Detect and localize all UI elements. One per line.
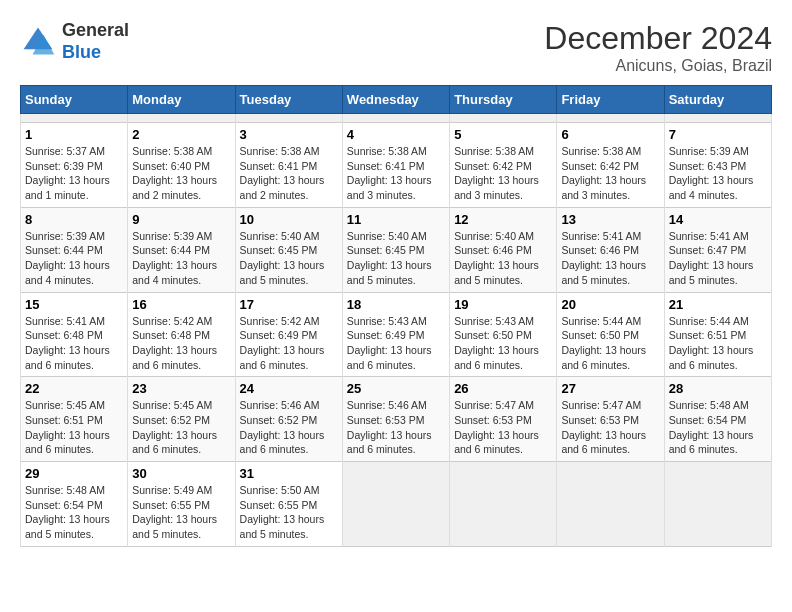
weekday-header: Monday	[128, 86, 235, 114]
day-number: 25	[347, 381, 445, 396]
calendar-cell: 6Sunrise: 5:38 AMSunset: 6:42 PMDaylight…	[557, 123, 664, 208]
calendar-cell	[664, 462, 771, 547]
day-info: Sunrise: 5:37 AMSunset: 6:39 PMDaylight:…	[25, 144, 123, 203]
day-number: 30	[132, 466, 230, 481]
weekday-header: Sunday	[21, 86, 128, 114]
calendar-week-row: 8Sunrise: 5:39 AMSunset: 6:44 PMDaylight…	[21, 207, 772, 292]
day-number: 14	[669, 212, 767, 227]
calendar-cell: 14Sunrise: 5:41 AMSunset: 6:47 PMDayligh…	[664, 207, 771, 292]
calendar-cell: 7Sunrise: 5:39 AMSunset: 6:43 PMDaylight…	[664, 123, 771, 208]
day-number: 12	[454, 212, 552, 227]
day-number: 4	[347, 127, 445, 142]
day-info: Sunrise: 5:43 AMSunset: 6:50 PMDaylight:…	[454, 314, 552, 373]
calendar-cell: 31Sunrise: 5:50 AMSunset: 6:55 PMDayligh…	[235, 462, 342, 547]
day-number: 9	[132, 212, 230, 227]
weekday-header: Thursday	[450, 86, 557, 114]
calendar-cell: 13Sunrise: 5:41 AMSunset: 6:46 PMDayligh…	[557, 207, 664, 292]
day-number: 5	[454, 127, 552, 142]
calendar-cell: 12Sunrise: 5:40 AMSunset: 6:46 PMDayligh…	[450, 207, 557, 292]
day-info: Sunrise: 5:48 AMSunset: 6:54 PMDaylight:…	[25, 483, 123, 542]
day-number: 13	[561, 212, 659, 227]
day-number: 27	[561, 381, 659, 396]
calendar-cell: 26Sunrise: 5:47 AMSunset: 6:53 PMDayligh…	[450, 377, 557, 462]
calendar-cell: 4Sunrise: 5:38 AMSunset: 6:41 PMDaylight…	[342, 123, 449, 208]
calendar-cell: 19Sunrise: 5:43 AMSunset: 6:50 PMDayligh…	[450, 292, 557, 377]
weekday-header-row: SundayMondayTuesdayWednesdayThursdayFrid…	[21, 86, 772, 114]
day-number: 17	[240, 297, 338, 312]
day-info: Sunrise: 5:49 AMSunset: 6:55 PMDaylight:…	[132, 483, 230, 542]
location-subtitle: Anicuns, Goias, Brazil	[544, 57, 772, 75]
calendar-cell: 11Sunrise: 5:40 AMSunset: 6:45 PMDayligh…	[342, 207, 449, 292]
weekday-header: Friday	[557, 86, 664, 114]
calendar-cell: 24Sunrise: 5:46 AMSunset: 6:52 PMDayligh…	[235, 377, 342, 462]
day-number: 6	[561, 127, 659, 142]
day-info: Sunrise: 5:41 AMSunset: 6:48 PMDaylight:…	[25, 314, 123, 373]
day-info: Sunrise: 5:46 AMSunset: 6:53 PMDaylight:…	[347, 398, 445, 457]
calendar-cell	[342, 462, 449, 547]
calendar-cell: 8Sunrise: 5:39 AMSunset: 6:44 PMDaylight…	[21, 207, 128, 292]
day-number: 22	[25, 381, 123, 396]
day-info: Sunrise: 5:38 AMSunset: 6:40 PMDaylight:…	[132, 144, 230, 203]
day-info: Sunrise: 5:45 AMSunset: 6:52 PMDaylight:…	[132, 398, 230, 457]
calendar-week-row: 1Sunrise: 5:37 AMSunset: 6:39 PMDaylight…	[21, 123, 772, 208]
day-info: Sunrise: 5:39 AMSunset: 6:43 PMDaylight:…	[669, 144, 767, 203]
day-number: 8	[25, 212, 123, 227]
day-number: 1	[25, 127, 123, 142]
day-number: 15	[25, 297, 123, 312]
calendar-cell: 28Sunrise: 5:48 AMSunset: 6:54 PMDayligh…	[664, 377, 771, 462]
day-number: 29	[25, 466, 123, 481]
logo-icon	[20, 24, 56, 60]
day-number: 16	[132, 297, 230, 312]
calendar-cell: 29Sunrise: 5:48 AMSunset: 6:54 PMDayligh…	[21, 462, 128, 547]
day-info: Sunrise: 5:40 AMSunset: 6:45 PMDaylight:…	[347, 229, 445, 288]
day-info: Sunrise: 5:46 AMSunset: 6:52 PMDaylight:…	[240, 398, 338, 457]
calendar-cell: 2Sunrise: 5:38 AMSunset: 6:40 PMDaylight…	[128, 123, 235, 208]
calendar-week-row: 22Sunrise: 5:45 AMSunset: 6:51 PMDayligh…	[21, 377, 772, 462]
day-info: Sunrise: 5:38 AMSunset: 6:42 PMDaylight:…	[561, 144, 659, 203]
day-info: Sunrise: 5:47 AMSunset: 6:53 PMDaylight:…	[454, 398, 552, 457]
day-number: 11	[347, 212, 445, 227]
calendar-cell	[21, 114, 128, 123]
calendar-cell	[450, 114, 557, 123]
day-number: 21	[669, 297, 767, 312]
day-info: Sunrise: 5:47 AMSunset: 6:53 PMDaylight:…	[561, 398, 659, 457]
day-number: 18	[347, 297, 445, 312]
day-info: Sunrise: 5:38 AMSunset: 6:42 PMDaylight:…	[454, 144, 552, 203]
calendar-cell	[557, 462, 664, 547]
day-info: Sunrise: 5:41 AMSunset: 6:47 PMDaylight:…	[669, 229, 767, 288]
calendar-cell: 22Sunrise: 5:45 AMSunset: 6:51 PMDayligh…	[21, 377, 128, 462]
calendar-cell	[342, 114, 449, 123]
calendar-cell	[557, 114, 664, 123]
day-info: Sunrise: 5:50 AMSunset: 6:55 PMDaylight:…	[240, 483, 338, 542]
page-header: General Blue December 2024 Anicuns, Goia…	[20, 20, 772, 75]
calendar-cell: 9Sunrise: 5:39 AMSunset: 6:44 PMDaylight…	[128, 207, 235, 292]
calendar-cell	[664, 114, 771, 123]
calendar-cell: 30Sunrise: 5:49 AMSunset: 6:55 PMDayligh…	[128, 462, 235, 547]
day-info: Sunrise: 5:45 AMSunset: 6:51 PMDaylight:…	[25, 398, 123, 457]
calendar-cell	[235, 114, 342, 123]
day-number: 3	[240, 127, 338, 142]
calendar-week-row: 29Sunrise: 5:48 AMSunset: 6:54 PMDayligh…	[21, 462, 772, 547]
calendar-cell: 25Sunrise: 5:46 AMSunset: 6:53 PMDayligh…	[342, 377, 449, 462]
title-section: December 2024 Anicuns, Goias, Brazil	[544, 20, 772, 75]
day-info: Sunrise: 5:44 AMSunset: 6:51 PMDaylight:…	[669, 314, 767, 373]
weekday-header: Tuesday	[235, 86, 342, 114]
day-info: Sunrise: 5:40 AMSunset: 6:45 PMDaylight:…	[240, 229, 338, 288]
day-number: 7	[669, 127, 767, 142]
calendar-cell: 23Sunrise: 5:45 AMSunset: 6:52 PMDayligh…	[128, 377, 235, 462]
calendar-week-row: 15Sunrise: 5:41 AMSunset: 6:48 PMDayligh…	[21, 292, 772, 377]
day-number: 2	[132, 127, 230, 142]
calendar-cell: 1Sunrise: 5:37 AMSunset: 6:39 PMDaylight…	[21, 123, 128, 208]
day-info: Sunrise: 5:39 AMSunset: 6:44 PMDaylight:…	[132, 229, 230, 288]
calendar-table: SundayMondayTuesdayWednesdayThursdayFrid…	[20, 85, 772, 547]
day-number: 31	[240, 466, 338, 481]
day-number: 20	[561, 297, 659, 312]
day-info: Sunrise: 5:48 AMSunset: 6:54 PMDaylight:…	[669, 398, 767, 457]
weekday-header: Saturday	[664, 86, 771, 114]
day-info: Sunrise: 5:42 AMSunset: 6:48 PMDaylight:…	[132, 314, 230, 373]
calendar-cell	[450, 462, 557, 547]
calendar-cell	[128, 114, 235, 123]
day-info: Sunrise: 5:41 AMSunset: 6:46 PMDaylight:…	[561, 229, 659, 288]
day-number: 19	[454, 297, 552, 312]
day-info: Sunrise: 5:42 AMSunset: 6:49 PMDaylight:…	[240, 314, 338, 373]
